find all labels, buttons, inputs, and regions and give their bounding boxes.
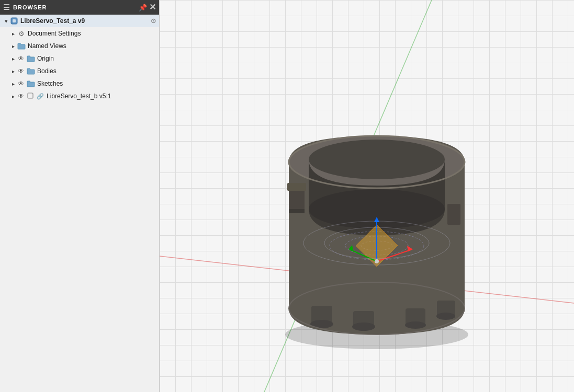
gear-icon: ⚙	[17, 29, 26, 38]
svg-point-23	[436, 313, 455, 320]
svg-point-19	[352, 322, 375, 331]
svg-rect-13	[287, 183, 306, 191]
origin-eye-icon[interactable]: 👁	[17, 54, 25, 63]
tree-row-libreservo-b[interactable]: 👁 🔗 LibreServo_test_b v5:1	[0, 90, 159, 102]
tree-row-sketches[interactable]: 👁 Sketches	[0, 77, 159, 90]
origin-folder-icon	[26, 54, 36, 63]
bodies-expand[interactable]	[9, 67, 17, 75]
tree-row-document-settings[interactable]: ⚙ Document Settings	[0, 27, 159, 40]
tree-row-bodies[interactable]: 👁 Bodies	[0, 65, 159, 77]
browser-title: BROWSER	[13, 4, 47, 10]
viewport-svg	[160, 0, 574, 392]
root-target-icon[interactable]: ⊙	[151, 17, 156, 25]
sidebar: ☰ BROWSER 📌 ✕ LibreServo_Test_a v9 ⊙	[0, 0, 160, 392]
named-views-expand[interactable]	[9, 42, 17, 50]
sketches-label: Sketches	[37, 80, 63, 87]
bodies-folder-icon	[26, 66, 36, 76]
named-views-label: Named Views	[28, 42, 66, 50]
svg-rect-2	[28, 93, 33, 98]
bodies-eye-icon[interactable]: 👁	[17, 67, 25, 75]
pin-icon[interactable]: 📌	[139, 4, 147, 11]
svg-rect-15	[447, 204, 460, 225]
tree-row-origin[interactable]: 👁 Origin	[0, 52, 159, 65]
libreservo-b-label: LibreServo_test_b v5:1	[47, 93, 111, 100]
tree-row-named-views[interactable]: Named Views	[0, 40, 159, 52]
libreservo-b-expand[interactable]	[9, 93, 17, 100]
sketches-expand[interactable]	[9, 80, 17, 87]
libreservo-b-link-icon: 🔗	[36, 91, 45, 101]
sketches-eye-icon[interactable]: 👁	[17, 79, 25, 88]
root-label: LibreServo_Test_a v9	[20, 17, 85, 25]
bodies-label: Bodies	[37, 67, 57, 75]
tree-root-row[interactable]: LibreServo_Test_a v9 ⊙	[0, 15, 159, 27]
origin-expand[interactable]	[9, 55, 17, 62]
doc-settings-label: Document Settings	[28, 30, 81, 37]
svg-rect-14	[289, 209, 305, 213]
root-expand-arrow[interactable]	[2, 17, 9, 25]
svg-rect-1	[13, 19, 16, 22]
svg-point-9	[309, 140, 445, 179]
expand-all-icon[interactable]: ☰	[3, 3, 10, 11]
root-icon	[9, 16, 19, 26]
named-views-folder-icon	[17, 41, 26, 51]
svg-point-21	[405, 321, 426, 329]
sketches-folder-icon	[26, 79, 36, 88]
tree-area: LibreServo_Test_a v9 ⊙ ⚙ Document Settin…	[0, 15, 159, 392]
browser-header: ☰ BROWSER 📌 ✕	[0, 0, 159, 15]
sidebar-close-icon[interactable]: ✕	[149, 3, 156, 11]
svg-point-35	[375, 259, 379, 263]
viewport[interactable]	[160, 0, 574, 392]
origin-label: Origin	[37, 55, 54, 62]
libreservo-b-eye-icon[interactable]: 👁	[17, 92, 25, 100]
libreservo-b-component-icon	[26, 91, 36, 101]
doc-settings-expand[interactable]	[9, 30, 17, 37]
